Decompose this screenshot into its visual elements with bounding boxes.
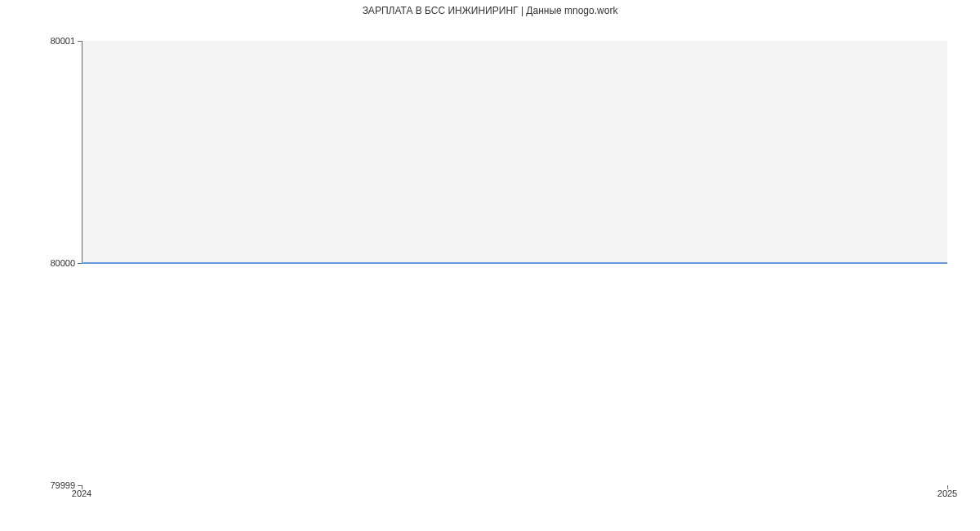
y-tick-label: 80001	[50, 36, 75, 46]
y-tick-label: 80000	[50, 258, 75, 268]
y-tick	[78, 41, 82, 42]
data-series-line	[82, 262, 947, 264]
x-tick-label: 2025	[938, 489, 957, 498]
chart-title: ЗАРПЛАТА В БСС ИНЖИНИРИНГ | Данные mnogo…	[0, 5, 980, 16]
plot-lower-band	[82, 264, 947, 485]
x-tick-label: 2024	[72, 489, 91, 498]
